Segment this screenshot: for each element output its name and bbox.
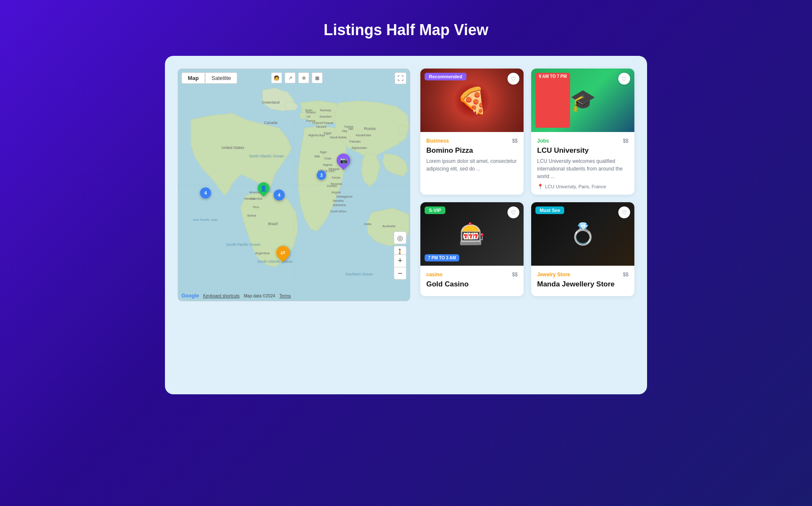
listing-body: Business $$ Bomino Pizza Lorem ipsum dol…: [420, 132, 524, 181]
map-pin-purple[interactable]: 📷: [337, 154, 350, 167]
listing-card-gold-casino[interactable]: 🎰 S-VIP 7 PM TO 3 AM ♡ casino $$ Gold Ca…: [420, 202, 524, 296]
listing-meta: Jewelry Store $$: [537, 272, 628, 278]
svg-text:Mali: Mali: [314, 155, 320, 158]
map-keyboard-shortcuts[interactable]: Keyboard shortcuts: [203, 294, 239, 298]
map-footer: Google Keyboard shortcuts Map data ©2024…: [181, 293, 291, 299]
listing-location: 📍 LCU University, Paris, France: [537, 184, 628, 190]
listing-title: Bomino Pizza: [426, 146, 518, 155]
svg-text:Bolivia: Bolivia: [247, 214, 256, 217]
svg-text:South Africa: South Africa: [330, 210, 346, 213]
page-title: Listings Half Map View: [0, 0, 812, 56]
svg-text:Iraq: Iraq: [342, 129, 347, 133]
listing-title: LCU University: [537, 146, 628, 155]
svg-text:Finland: Finland: [322, 121, 333, 125]
map-terms[interactable]: Terms: [280, 294, 291, 298]
listing-meta: Business $$: [426, 138, 518, 144]
svg-text:Türkiye: Türkiye: [344, 125, 354, 129]
map-background: South Pacific Ocean orth Pacific cean No…: [178, 69, 410, 301]
listing-desc: Lorem ipsum dolor sit amet, consectetur …: [426, 157, 518, 173]
listing-heart-btn[interactable]: ♡: [618, 73, 630, 85]
svg-text:Namibia: Namibia: [333, 199, 344, 202]
listing-price: $$: [512, 272, 518, 278]
map-tool-layers[interactable]: ⊕: [298, 72, 309, 83]
svg-text:Australia: Australia: [382, 224, 396, 228]
listing-image-wrap: 🍕 Recommended ♡: [420, 69, 524, 132]
map-tool-icons: 🧑 ↗ ⊕ ▦: [271, 72, 323, 83]
listing-price: $$: [512, 138, 518, 144]
map-data-label: Map data ©2024: [244, 294, 275, 298]
map-zoom-controls: + −: [394, 254, 406, 280]
listing-card-lcu-university[interactable]: 🎓 9 AM TO 7 PM ♡ Jobs $$ LCU University …: [531, 69, 634, 195]
world-map-svg: South Pacific Ocean orth Pacific cean No…: [178, 69, 410, 301]
listing-badge-svip: S-VIP: [425, 206, 445, 214]
map-tab-satellite[interactable]: Satellite: [205, 72, 237, 84]
map-fullscreen-btn[interactable]: ⛶: [395, 72, 406, 84]
map-tool-directions[interactable]: ↗: [285, 72, 296, 83]
svg-text:Brazil: Brazil: [268, 222, 277, 226]
svg-text:Zambia: Zambia: [327, 184, 337, 187]
svg-text:Sweden: Sweden: [319, 115, 332, 118]
map-pin-yellow[interactable]: ⇄: [276, 246, 290, 259]
listing-heart-btn[interactable]: ♡: [508, 206, 519, 218]
listing-heart-btn[interactable]: ♡: [618, 206, 630, 218]
listings-grid: 🍕 Recommended ♡ Business $$ Bomino Pizza…: [420, 69, 634, 382]
listing-body: Jobs $$ LCU University LCU University we…: [531, 132, 634, 195]
listing-category: Jewelry Store: [537, 272, 570, 278]
map-pin-cluster-3[interactable]: 3: [317, 170, 326, 180]
svg-text:South Pacific Ocean: South Pacific Ocean: [226, 242, 261, 247]
svg-text:Nigeria: Nigeria: [323, 163, 332, 167]
map-pin-cluster-4-right[interactable]: 4: [274, 190, 285, 201]
svg-text:Angola: Angola: [332, 191, 341, 194]
listing-title: Manda Jewellery Store: [537, 280, 628, 289]
listing-title: Gold Casino: [426, 280, 518, 289]
listing-price: $$: [623, 138, 628, 144]
map-zoom-out[interactable]: −: [394, 267, 406, 280]
listing-badge-time: 9 AM TO 7 PM: [535, 73, 570, 128]
listing-category: Jobs: [537, 138, 549, 144]
listing-body: Jewelry Store $$ Manda Jewellery Store: [531, 266, 634, 296]
listing-card-bomino-pizza[interactable]: 🍕 Recommended ♡ Business $$ Bomino Pizza…: [420, 69, 524, 195]
svg-text:Poland: Poland: [313, 121, 322, 124]
listing-meta: casino $$: [426, 272, 518, 278]
svg-text:Madagascar: Madagascar: [336, 195, 353, 198]
svg-text:Ukraine: Ukraine: [316, 125, 326, 128]
map-zoom-in[interactable]: +: [394, 254, 406, 267]
svg-text:Kenya: Kenya: [332, 176, 340, 179]
pin-cluster-number: 3: [317, 170, 326, 180]
svg-text:Egypt: Egypt: [324, 132, 332, 135]
pin-cluster-number: 4: [200, 187, 211, 198]
svg-text:Greenland: Greenland: [262, 100, 280, 104]
svg-text:Afghanistan: Afghanistan: [351, 146, 367, 150]
svg-text:Saudi Arabia: Saudi Arabia: [330, 136, 347, 139]
listing-heart-btn[interactable]: ♡: [508, 73, 519, 85]
map-location-btn[interactable]: ◎: [394, 231, 406, 244]
listing-desc: LCU University welcomes qualified intern…: [537, 157, 628, 180]
svg-text:Southern Ocean: Southern Ocean: [346, 272, 373, 276]
map-tool-pegman[interactable]: 🧑: [271, 72, 282, 83]
svg-text:United States: United States: [222, 146, 244, 150]
map-tool-menu[interactable]: ▦: [312, 72, 323, 83]
svg-text:Chad: Chad: [324, 157, 331, 160]
svg-text:Ethiopia: Ethiopia: [329, 168, 339, 171]
listing-image-wrap: 🎓 9 AM TO 7 PM ♡: [531, 69, 634, 132]
map-pin-cluster-4-left[interactable]: 4: [200, 187, 211, 198]
svg-text:Norway: Norway: [320, 108, 331, 112]
svg-text:Colombia: Colombia: [250, 197, 263, 200]
svg-text:Kazakhstan: Kazakhstan: [356, 134, 371, 137]
svg-text:South Atlantic Ocean: South Atlantic Ocean: [257, 259, 293, 264]
main-container: South Pacific Ocean orth Pacific cean No…: [165, 56, 647, 394]
svg-text:Russia: Russia: [364, 126, 376, 131]
map-pin-green[interactable]: 👤: [258, 182, 269, 194]
svg-text:Algeria: Algeria: [308, 134, 318, 137]
listing-image-wrap: 💍 Must See ♡: [531, 202, 634, 266]
listing-location-text: LCU University, Paris, France: [545, 184, 606, 189]
svg-text:Canada: Canada: [264, 121, 277, 125]
map-tab-map[interactable]: Map: [181, 72, 205, 84]
listing-category: Business: [426, 138, 449, 144]
listing-price: $$: [623, 272, 628, 278]
svg-text:Botswana: Botswana: [333, 204, 346, 206]
listing-card-manda-jewellery[interactable]: 💍 Must See ♡ Jewelry Store $$ Manda Jewe…: [531, 202, 634, 296]
location-pin-icon: 📍: [537, 184, 543, 190]
listing-image-wrap: 🎰 S-VIP 7 PM TO 3 AM ♡: [420, 202, 524, 266]
svg-text:India: India: [364, 222, 372, 226]
